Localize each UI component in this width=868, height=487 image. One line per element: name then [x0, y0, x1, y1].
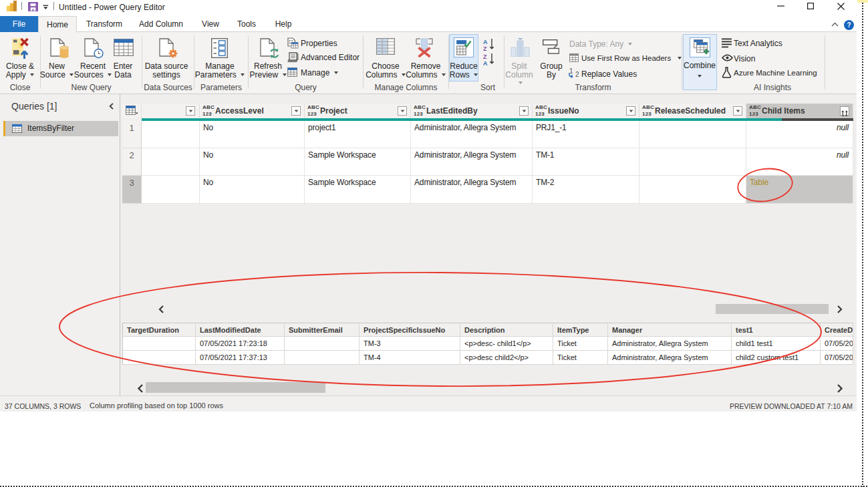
svg-text:A: A [483, 39, 488, 45]
svg-text:Z: Z [483, 53, 487, 60]
svg-text:A: A [483, 60, 488, 67]
svg-text:Z: Z [483, 45, 487, 52]
svg-text:?: ? [847, 21, 851, 29]
